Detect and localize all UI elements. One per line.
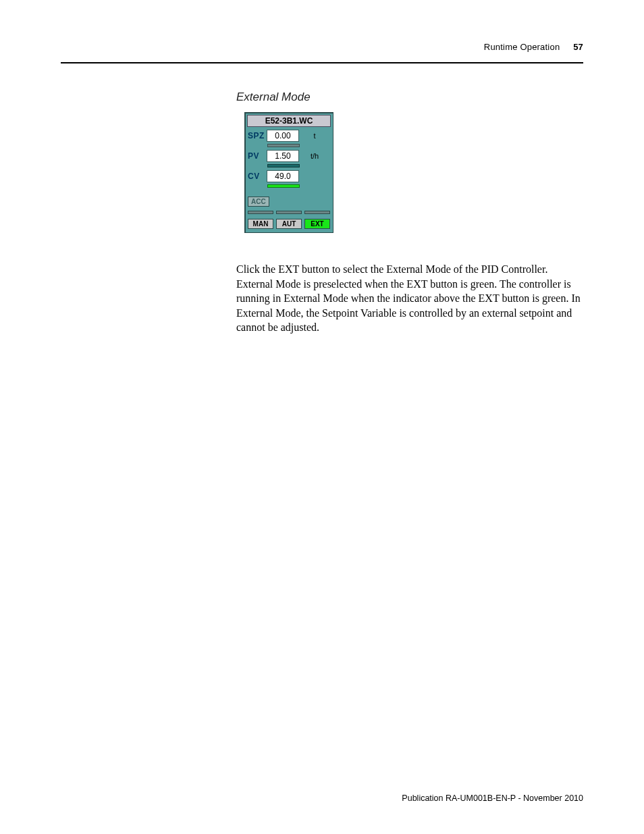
ext-button[interactable]: EXT — [304, 219, 330, 229]
pv-unit: t/h — [299, 152, 330, 160]
mode-indicator-row — [245, 209, 333, 217]
acc-button[interactable]: ACC — [248, 197, 269, 207]
pv-row: PV 1.50 t/h — [248, 149, 330, 163]
aut-indicator — [276, 211, 302, 214]
faceplate-title: E52-3B1.WC — [247, 115, 331, 127]
running-title: Runtime Operation — [484, 42, 560, 52]
aut-button[interactable]: AUT — [276, 219, 302, 229]
spz-value: 0.00 — [267, 130, 299, 142]
body-paragraph: Click the EXT button to select the Exter… — [236, 262, 585, 335]
man-button[interactable]: MAN — [248, 219, 273, 229]
pv-value: 1.50 — [267, 150, 299, 162]
ext-indicator — [304, 211, 330, 214]
section-title: External Mode — [236, 90, 311, 104]
pv-indicator — [267, 164, 300, 167]
cv-label: CV — [248, 172, 267, 181]
header-rule — [61, 62, 583, 63]
page: Runtime Operation 57 External Mode E52-3… — [0, 0, 644, 834]
cv-value: 49.0 — [267, 170, 299, 182]
running-head: Runtime Operation 57 — [61, 42, 583, 52]
page-header: Runtime Operation 57 — [61, 42, 583, 62]
mode-button-row: MAN AUT EXT — [245, 217, 333, 232]
spz-indicator — [267, 144, 300, 147]
page-number: 57 — [573, 42, 583, 52]
spz-label: SPZ — [248, 131, 267, 140]
spz-row: SPZ 0.00 t — [248, 129, 330, 142]
man-indicator — [248, 211, 273, 214]
publication-footer: Publication RA-UM001B-EN-P - November 20… — [402, 793, 583, 803]
pid-faceplate: E52-3B1.WC SPZ 0.00 t PV 1.50 t/h CV 49.… — [244, 112, 333, 233]
spz-unit: t — [299, 132, 330, 140]
cv-indicator — [267, 184, 300, 188]
pv-label: PV — [248, 151, 267, 161]
cv-row: CV 49.0 — [248, 170, 330, 183]
acc-area: ACC — [248, 194, 330, 207]
